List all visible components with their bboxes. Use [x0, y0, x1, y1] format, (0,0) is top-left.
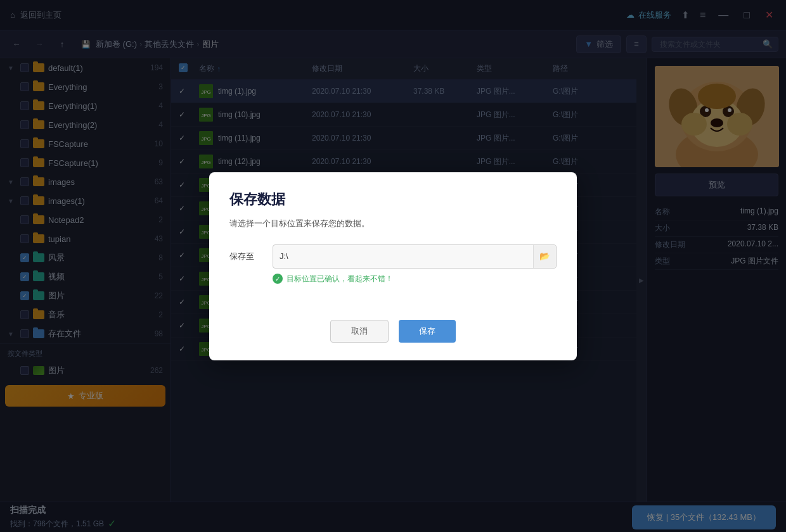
modal-input-wrap: 📂	[273, 244, 557, 269]
modal-body: 保存数据 请选择一个目标位置来保存您的数据。 保存至 📂 ✓ 目标位置已确认，看…	[209, 172, 577, 310]
modal-overlay: 保存数据 请选择一个目标位置来保存您的数据。 保存至 📂 ✓ 目标位置已确认，看…	[0, 0, 786, 532]
modal-footer: 取消 保存	[209, 310, 577, 360]
save-path-input[interactable]	[273, 246, 533, 266]
save-to-label: 保存至	[229, 251, 265, 262]
browse-button[interactable]: 📂	[533, 245, 556, 268]
folder-icon: 📂	[539, 251, 550, 261]
modal-hint: ✓ 目标位置已确认，看起来不错！	[273, 274, 557, 284]
modal-form-row: 保存至 📂	[229, 244, 557, 269]
modal-description: 请选择一个目标位置来保存您的数据。	[229, 218, 557, 229]
hint-check-icon: ✓	[273, 274, 283, 284]
cancel-button[interactable]: 取消	[330, 320, 389, 343]
modal-title: 保存数据	[229, 190, 557, 209]
save-dialog: 保存数据 请选择一个目标位置来保存您的数据。 保存至 📂 ✓ 目标位置已确认，看…	[209, 172, 577, 360]
save-button[interactable]: 保存	[399, 320, 456, 343]
hint-text: 目标位置已确认，看起来不错！	[287, 274, 393, 284]
